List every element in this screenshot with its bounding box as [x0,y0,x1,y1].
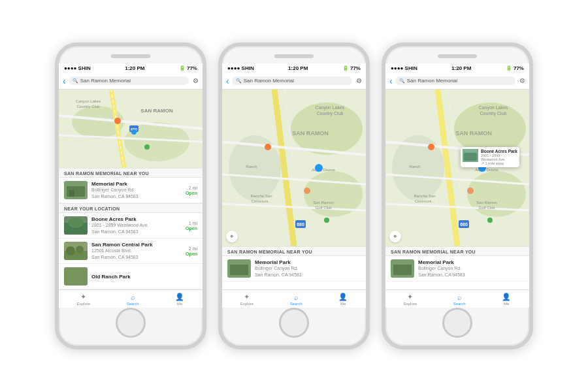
phone-1: ●●●● SHIN 1:20 PM 🔋 77% ‹ 🔍 San Ramon Me… [55,42,206,350]
svg-point-47 [265,144,271,150]
phone-3: ●●●● SHIN 1:20 PM 🔋 77% ‹ 🔍 San Ramon Me… [382,42,533,350]
svg-point-76 [487,218,493,223]
item-addr2-1: San Ramon, CA 94583 [91,193,182,199]
tab-search-1[interactable]: ⌕ Search [127,293,139,306]
item-dist-boone-1: 1 mi [189,221,197,225]
section-header-near-you-1: SAN RAMON MEMORIAL NEAR YOU [59,168,203,178]
phone-1-screen: ●●●● SHIN 1:20 PM 🔋 77% ‹ 🔍 San Ramon Me… [59,63,203,308]
list-item-old-ranch-1[interactable]: Old Ranch Park [59,264,203,289]
item-dist-central-1: 2 mi [189,246,197,251]
compass-icon-2[interactable]: ⌖ [226,231,238,242]
item-addr1-memorial-3: Bollinger Canyon Rd. [418,265,524,271]
tab-search-3[interactable]: ⌕ Search [453,293,466,306]
popup-info: Boone Acres Park 2801 - 2899 Westwood Av… [481,149,517,165]
section-header-2: SAN RAMON MEMORIAL NEAR YOU [222,246,366,256]
item-addr2-memorial-3: San Ramon, CA 94583 [418,272,524,278]
popup-park-name: Boone Acres Park [481,149,517,154]
status-bar-3: ●●●● SHIN 1:20 PM 🔋 77% [385,63,529,73]
battery-2: 🔋 77% [342,65,361,71]
list-item-memorial-2[interactable]: Memorial Park Bollinger Canyon Rd. San R… [222,256,366,282]
svg-text:Communi...: Communi... [252,199,272,203]
svg-text:Ranch: Ranch [246,165,257,169]
carrier-1: ●●●● SHIN [64,65,91,71]
svg-text:SAN RAMON: SAN RAMON [292,130,329,137]
item-addr1-central-1: 12501 Alcosta Blvd. [91,248,182,253]
back-button-3[interactable]: ‹ [389,76,393,86]
list-item-memorial-1[interactable]: Memorial Park Bollinger Canyon Rd. San R… [59,178,203,203]
svg-rect-25 [64,267,88,286]
search-input-1[interactable]: 🔍 San Ramon Memorial [69,76,189,85]
svg-rect-52 [230,265,248,275]
item-addr2-boone-1: San Ramon, CA 94583 [91,229,182,235]
list-3: SAN RAMON MEMORIAL NEAR YOU Memorial Par… [385,246,529,289]
item-info-memorial-1: Memorial Park Bollinger Canyon Rd. San R… [91,181,182,199]
tab-me-1[interactable]: 👤 Me [175,293,184,306]
tab-me-2[interactable]: 👤 Me [338,293,348,306]
popup-thumb [463,149,478,162]
section-header-3: SAN RAMON MEMORIAL NEAR YOU [385,246,529,256]
map-area-2[interactable]: 680 Canyon Lakes Country Club SAN RAMON … [222,90,366,246]
svg-text:San Ramon: San Ramon [476,201,497,204]
item-name-memorial-2: Memorial Park [255,259,361,265]
item-addr1-boone-1: 2801 - 2899 Westwood Ave. [91,222,182,228]
list-item-central-1[interactable]: San Ramon Central Park 12501 Alcosta Blv… [59,238,203,264]
tab-explore-1[interactable]: ✦ Explore [77,293,90,306]
svg-point-50 [324,218,329,223]
svg-text:San Ramon: San Ramon [313,201,334,204]
filter-icon-1[interactable]: ⚙ [193,77,199,84]
item-open-boone-1: Open [186,226,197,231]
thumb-old-ranch-1 [64,267,88,286]
explore-icon-2: ✦ [244,293,250,301]
item-info-boone-1: Boone Acres Park 2801 - 2899 Westwood Av… [91,216,182,234]
tab-me-label-1: Me [177,302,182,306]
search-tab-icon-1: ⌕ [131,293,135,301]
search-icon-2: 🔍 [236,78,242,84]
explore-icon-3: ✦ [407,293,413,301]
map-popup-boone[interactable]: Boone Acres Park 2801 - 2899 Westwood Av… [461,147,519,167]
phone-2: ●●●● SHIN 1:20 PM 🔋 77% ‹ 🔍 San Ramon Me… [218,42,370,350]
item-name-boone-1: Boone Acres Park [91,216,182,222]
list-item-memorial-3[interactable]: Memorial Park Bollinger Canyon Rd. San R… [385,256,529,282]
list-2: SAN RAMON MEMORIAL NEAR YOU Memorial Par… [222,246,366,289]
tab-explore-2[interactable]: ✦ Explore [240,293,253,306]
time-2: 1:20 PM [288,65,308,71]
svg-text:680: 680 [460,222,468,227]
map-area-3[interactable]: 680 Canyon Lakes Country Club SAN RAMON … [385,90,529,246]
svg-point-9 [114,118,121,124]
filter-icon-3[interactable]: ⚙ [519,77,525,84]
item-open-1: Open [186,191,197,195]
explore-icon-1: ✦ [80,293,86,301]
svg-rect-17 [69,190,74,197]
thumb-memorial-2 [227,259,251,278]
item-dist-1: 2 mi [189,186,197,190]
tab-explore-3[interactable]: ✦ Explore [404,293,417,306]
me-icon-1: 👤 [175,293,184,301]
svg-point-23 [66,246,75,255]
popup-park-addr: 2801 - 2899 Westwood Ave. [481,154,517,161]
item-info-memorial-2: Memorial Park Bollinger Canyon Rd. San R… [255,259,361,277]
tab-me-3[interactable]: 👤 Me [502,293,511,306]
popup-park-dist: ↗ 1 mile away [481,161,517,165]
search-bar-2[interactable]: ‹ 🔍 San Ramon Memorial ⚙ [222,73,366,90]
search-bar-3[interactable]: ‹ 🔍 San Ramon Memorial ⚙ [385,73,529,90]
svg-text:Golf Club: Golf Club [315,206,332,210]
map-area-1[interactable]: 680 SAN RAMON Canyon Lakes Country Club [59,90,203,168]
svg-point-27 [291,103,363,155]
thumb-memorial-1 [64,181,88,199]
time-1: 1:20 PM [125,65,144,71]
search-icon-3: 🔍 [399,78,405,84]
me-icon-3: 👤 [502,293,511,301]
me-icon-2: 👤 [338,293,348,301]
battery-3: 🔋 77% [506,65,524,71]
search-bar-1[interactable]: ‹ 🔍 San Ramon Memorial ⚙ [59,73,203,90]
compass-icon-3[interactable]: ⌖ [389,231,401,242]
back-button-1[interactable]: ‹ [63,76,66,86]
filter-icon-2[interactable]: ⚙ [356,77,362,84]
list-item-boone-1[interactable]: Boone Acres Park 2801 - 2899 Westwood Av… [59,213,203,238]
search-input-3[interactable]: 🔍 San Ramon Memorial [395,76,515,85]
tab-search-2[interactable]: ⌕ Search [290,293,302,306]
search-input-2[interactable]: 🔍 San Ramon Memorial [232,76,352,85]
svg-text:Golf Club: Golf Club [478,206,495,210]
list-1: SAN RAMON MEMORIAL NEAR YOU Memorial Par… [59,168,203,289]
back-button-2[interactable]: ‹ [226,76,229,86]
